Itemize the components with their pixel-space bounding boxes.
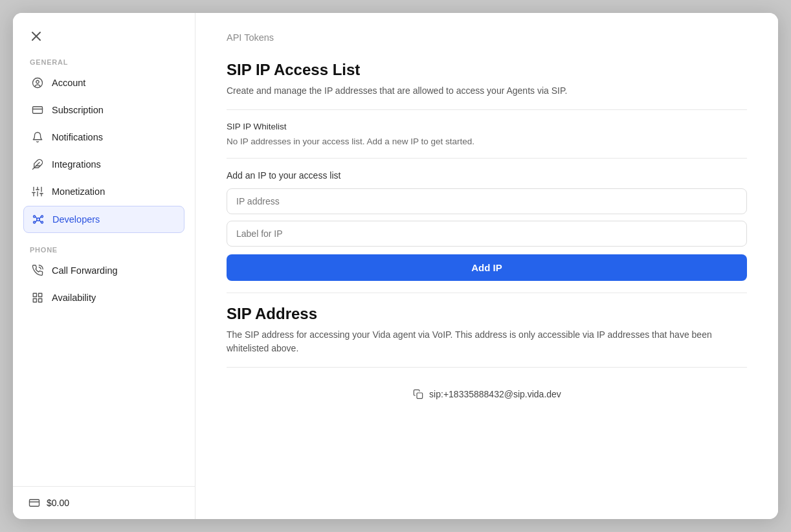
- label-for-ip-input[interactable]: [227, 221, 747, 247]
- page-header-title: API Tokens: [227, 32, 747, 43]
- svg-rect-4: [33, 107, 43, 114]
- svg-line-22: [36, 217, 38, 219]
- add-ip-button[interactable]: Add IP: [227, 254, 747, 281]
- nodes-icon: [32, 213, 45, 226]
- general-section: GENERAL Account: [23, 58, 184, 233]
- sidebar-item-developers[interactable]: Developers: [23, 206, 184, 233]
- sidebar-item-account-label: Account: [52, 78, 85, 88]
- credit-card-icon: [31, 104, 44, 116]
- close-button[interactable]: [27, 27, 45, 45]
- sidebar-item-developers-label: Developers: [52, 214, 100, 225]
- sidebar-item-integrations-label: Integrations: [52, 159, 101, 170]
- general-section-label: GENERAL: [23, 58, 184, 66]
- sidebar-nav: GENERAL Account: [13, 58, 195, 486]
- svg-point-3: [36, 80, 39, 83]
- svg-line-25: [39, 220, 41, 222]
- phone-section: PHONE Call Forwarding: [23, 246, 184, 311]
- sliders-icon: [31, 185, 44, 198]
- sip-access-description: Create and manage the IP addresses that …: [227, 84, 747, 98]
- sidebar-item-availability-label: Availability: [52, 293, 96, 303]
- ip-address-input[interactable]: [227, 188, 747, 214]
- bell-icon: [31, 131, 44, 144]
- sidebar-item-monetization[interactable]: Monetization: [23, 179, 184, 205]
- divider-2: [227, 158, 747, 159]
- sidebar-footer: $0.00: [13, 486, 195, 519]
- phone-section-label: PHONE: [23, 246, 184, 254]
- divider-1: [227, 109, 747, 110]
- sip-address-title: SIP Address: [227, 305, 747, 323]
- divider-3: [227, 293, 747, 293]
- sip-address-value: sip:+18335888432@sip.vida.dev: [429, 389, 561, 399]
- sidebar-item-notifications-label: Notifications: [52, 132, 103, 142]
- svg-line-24: [36, 220, 38, 222]
- sidebar-item-call-forwarding[interactable]: Call Forwarding: [23, 258, 184, 283]
- sidebar-item-subscription[interactable]: Subscription: [23, 97, 184, 123]
- sidebar-item-account[interactable]: Account: [23, 70, 184, 96]
- phone-forward-icon: [31, 264, 44, 277]
- balance-label: $0.00: [47, 498, 69, 508]
- copy-icon[interactable]: [412, 388, 424, 400]
- svg-rect-32: [417, 393, 423, 399]
- sip-address-section: SIP Address The SIP address for accessin…: [227, 293, 747, 403]
- sidebar-item-notifications[interactable]: Notifications: [23, 124, 184, 150]
- user-circle-icon: [31, 76, 44, 89]
- divider-4: [227, 367, 747, 368]
- sip-address-description: The SIP address for accessing your Vida …: [227, 328, 747, 355]
- sip-address-row: sip:+18335888432@sip.vida.dev: [227, 379, 747, 403]
- card-icon: [28, 497, 40, 509]
- sidebar: GENERAL Account: [13, 13, 195, 519]
- add-ip-section-title: Add an IP to your access list: [227, 170, 747, 181]
- svg-rect-28: [33, 299, 36, 302]
- sip-access-title: SIP IP Access List: [227, 61, 747, 79]
- whitelist-title: SIP IP Whitelist: [227, 122, 747, 131]
- sidebar-item-integrations[interactable]: Integrations: [23, 151, 184, 177]
- sidebar-item-monetization-label: Monetization: [52, 186, 105, 197]
- app-window: GENERAL Account: [13, 13, 778, 519]
- svg-rect-27: [39, 293, 42, 296]
- sidebar-item-subscription-label: Subscription: [52, 105, 104, 115]
- grid-icon: [31, 291, 44, 304]
- svg-point-2: [33, 78, 43, 88]
- puzzle-icon: [31, 158, 44, 171]
- whitelist-empty: No IP addresses in your access list. Add…: [227, 137, 747, 146]
- svg-line-23: [39, 217, 41, 219]
- svg-rect-30: [30, 500, 39, 507]
- main-content: API Tokens SIP IP Access List Create and…: [195, 13, 778, 519]
- svg-rect-29: [39, 299, 42, 302]
- sidebar-item-availability[interactable]: Availability: [23, 285, 184, 311]
- sidebar-item-call-forwarding-label: Call Forwarding: [52, 265, 118, 276]
- svg-rect-26: [33, 293, 36, 296]
